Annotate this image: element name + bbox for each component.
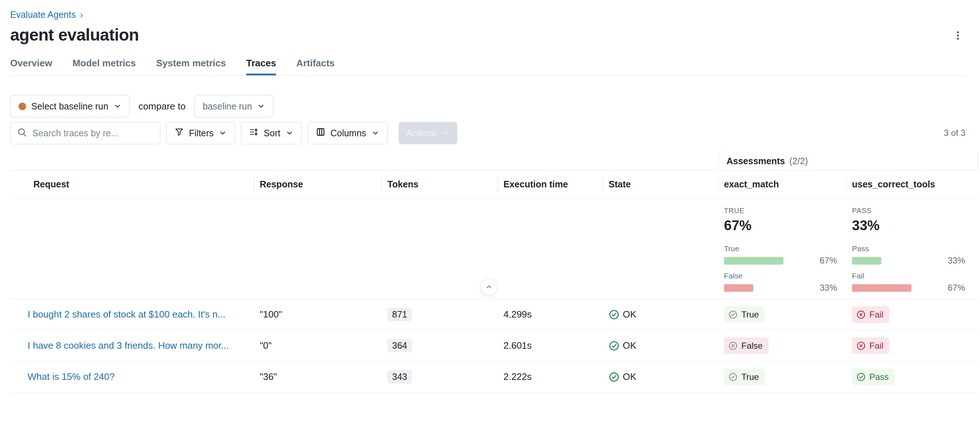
state-label: OK (623, 309, 636, 320)
search-traces-box (10, 122, 160, 144)
assessments-group-header: Assessments (2/2) (718, 152, 978, 170)
x-circle-icon (856, 310, 866, 319)
exact-match-true-label: True (724, 244, 837, 253)
pill-label: Pass (869, 372, 889, 382)
check-circle-icon (609, 309, 619, 320)
tab-artifacts[interactable]: Artifacts (296, 58, 334, 75)
result-count: 3 of 3 (944, 128, 966, 138)
table-row[interactable]: I bought 2 shares of stock at $100 each.… (10, 299, 978, 330)
breadcrumb: Evaluate Agents › (10, 10, 966, 20)
tokens-badge: 343 (387, 370, 412, 384)
uses-correct-tools-top-value: 33% (852, 218, 978, 233)
exact-match-pill-true: True (724, 369, 765, 385)
breadcrumb-chevron-icon: › (80, 10, 83, 19)
baseline-run-dropdown-label: baseline run (203, 101, 252, 112)
pill-label: True (741, 372, 759, 382)
exact-match-top-value: 67% (724, 218, 846, 233)
exact-match-false-value: 33% (820, 283, 837, 293)
page-title: agent evaluation (10, 25, 139, 44)
request-link[interactable]: I have 8 cookies and 3 friends. How many… (27, 340, 229, 351)
chevron-up-icon (484, 282, 494, 292)
state-label: OK (623, 340, 636, 351)
check-circle-icon (609, 371, 619, 383)
breadcrumb-link-evaluate-agents[interactable]: Evaluate Agents (10, 10, 76, 20)
actions-button[interactable]: Actions (399, 122, 457, 144)
tab-traces[interactable]: Traces (246, 58, 276, 75)
column-header-response[interactable]: Response (254, 170, 382, 198)
uses-correct-tools-pill-fail: Fail (852, 306, 889, 323)
filter-funnel-icon (175, 127, 184, 139)
column-header-state[interactable]: State (603, 170, 718, 198)
chevron-down-icon (257, 102, 265, 110)
x-circle-icon (728, 341, 738, 351)
uses-correct-tools-pill-pass: Pass (852, 369, 894, 385)
response-cell: "100" (254, 299, 382, 330)
chevron-down-icon (113, 102, 121, 110)
uses-correct-tools-pill-fail: Fail (852, 338, 889, 354)
exact-match-false-bar (724, 284, 813, 292)
chevron-down-icon (441, 129, 449, 137)
actions-label: Actions (407, 128, 436, 138)
tab-system-metrics[interactable]: System metrics (156, 58, 226, 75)
overflow-menu-button[interactable] (950, 28, 966, 44)
table-row[interactable]: What is 15% of 240? "36" 343 2.222s OK T… (10, 361, 978, 392)
check-circle-icon (728, 310, 738, 319)
filters-label: Filters (189, 128, 214, 138)
column-header-exact-match[interactable]: exact_match (718, 170, 846, 198)
response-cell: "36" (254, 361, 382, 392)
uses-correct-tools-pass-label: Pass (852, 244, 965, 253)
uses-correct-tools-summary: PASS 33% Pass 33% Fail 67% (846, 198, 978, 299)
column-header-uses-correct-tools[interactable]: uses_correct_tools (846, 170, 978, 198)
check-circle-icon (609, 340, 619, 351)
table-row[interactable]: I have 8 cookies and 3 friends. How many… (10, 330, 978, 361)
tab-overview[interactable]: Overview (10, 58, 52, 75)
check-circle-icon (856, 372, 866, 382)
column-header-request[interactable]: Request (10, 170, 254, 198)
collapse-summary-button[interactable] (480, 279, 497, 295)
column-header-execution-time[interactable]: Execution time (498, 170, 603, 198)
uses-correct-tools-pass-value: 33% (948, 256, 965, 266)
pill-label: Fail (869, 310, 883, 320)
check-circle-icon (728, 372, 738, 382)
assessments-label: Assessments (727, 156, 785, 167)
request-link[interactable]: I bought 2 shares of stock at $100 each.… (27, 309, 226, 320)
pill-label: False (741, 341, 763, 351)
chevron-down-icon (219, 129, 227, 137)
response-cell: "0" (254, 330, 382, 361)
uses-correct-tools-fail-bar (852, 284, 941, 292)
x-circle-icon (856, 341, 866, 351)
exact-match-pill-false: False (724, 338, 768, 354)
tab-model-metrics[interactable]: Model metrics (73, 58, 136, 75)
exact-match-false-label: False (724, 271, 837, 280)
uses-correct-tools-top-label: PASS (852, 206, 978, 215)
search-input[interactable] (32, 128, 153, 138)
uses-correct-tools-fail-label: Fail (852, 271, 965, 280)
filters-button[interactable]: Filters (166, 122, 235, 144)
compare-to-label: compare to (138, 101, 186, 112)
execution-time-cell: 4.299s (498, 299, 603, 330)
state-badge: OK (609, 309, 636, 320)
column-header-tokens[interactable]: Tokens (382, 170, 498, 198)
sort-button[interactable]: Sort (241, 122, 302, 144)
pill-label: Fail (869, 341, 883, 351)
traces-table: Assessments (2/2) Request Response Token… (10, 152, 978, 392)
exact-match-pill-true: True (724, 306, 765, 323)
exact-match-true-bar (724, 257, 813, 265)
baseline-run-dropdown[interactable]: baseline run (194, 95, 274, 117)
execution-time-cell: 2.601s (498, 330, 603, 361)
columns-label: Columns (331, 128, 366, 138)
assessments-group-row: Assessments (2/2) (10, 152, 978, 170)
uses-correct-tools-fail-value: 67% (948, 283, 965, 293)
pill-label: True (741, 310, 759, 320)
execution-time-cell: 2.222s (498, 361, 603, 392)
sort-label: Sort (264, 128, 280, 138)
columns-button[interactable]: Columns (307, 122, 388, 144)
chevron-down-icon (371, 129, 379, 137)
agent-evaluation-page: Evaluate Agents › agent evaluation Overv… (0, 0, 980, 427)
select-baseline-run-button[interactable]: Select baseline run (10, 95, 130, 117)
select-baseline-run-label: Select baseline run (31, 101, 108, 112)
request-link[interactable]: What is 15% of 240? (27, 371, 115, 383)
uses-correct-tools-pass-bar (852, 257, 941, 265)
sort-icon (249, 127, 259, 139)
run-color-dot-icon (19, 103, 26, 110)
